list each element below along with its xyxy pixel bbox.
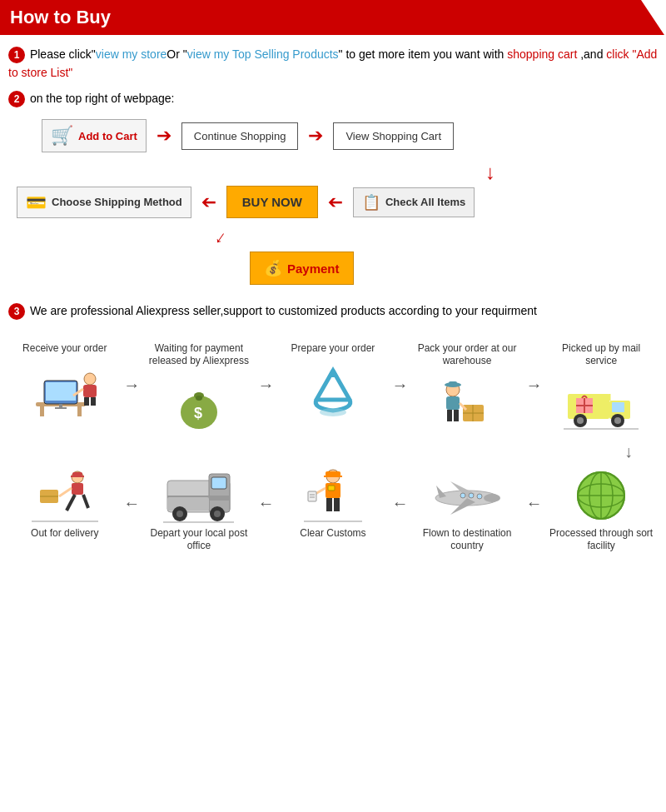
- svg-rect-54: [167, 497, 209, 511]
- process-item-flight: Flown to destination country: [413, 465, 521, 558]
- process-down-arrow: ↓: [8, 442, 658, 461]
- post-truck-icon: [163, 466, 234, 526]
- svg-marker-17: [327, 366, 339, 377]
- svg-point-35: [614, 417, 621, 424]
- step2-text: on the top right of webpage:: [30, 92, 175, 105]
- diag-arrow: ↓: [211, 226, 231, 249]
- view-cart-button[interactable]: View Shopping Cart: [333, 122, 454, 150]
- step1-text-before: Please click": [30, 47, 96, 61]
- process-label-delivery: Out for delivery: [31, 527, 98, 541]
- process-arrow-rev-1: ←: [123, 465, 140, 513]
- check-items-button[interactable]: 📋 Check All Items: [353, 187, 475, 217]
- step3-block: 3 We are professional Aliexpress seller,…: [8, 301, 658, 320]
- svg-line-46: [59, 488, 72, 496]
- svg-point-15: [196, 396, 202, 401]
- step1-block: 1 Please click"view my storeOr "view my …: [8, 45, 658, 82]
- process-icon-pickup: [564, 373, 639, 436]
- arrow-left-1: ➔: [201, 192, 216, 213]
- cash-icon: 💰: [264, 259, 282, 277]
- arrow-left-2: ➔: [328, 192, 343, 213]
- view-store-link[interactable]: view my store: [96, 47, 167, 61]
- cart-icon: 🛒: [51, 125, 73, 147]
- svg-rect-24: [446, 396, 460, 410]
- process-item-prepare: Prepare your order: [279, 342, 387, 423]
- svg-rect-1: [40, 406, 44, 416]
- process-arrow-1: →: [123, 342, 140, 395]
- svg-point-7: [84, 373, 96, 385]
- choose-shipping-label: Choose Shipping Method: [52, 196, 182, 208]
- svg-text:$: $: [194, 405, 202, 421]
- down-arrow-icon: ↓: [624, 442, 633, 461]
- process-label-customs: Clear Customs: [300, 527, 365, 541]
- process-arrow-2: →: [257, 342, 274, 395]
- process-icon-post: [162, 465, 236, 527]
- svg-rect-43: [72, 483, 83, 495]
- svg-point-16: [320, 408, 346, 416]
- process-icon-waiting: $: [162, 373, 236, 436]
- arrow-right-1: ➔: [157, 125, 171, 147]
- process-row2: Out for delivery ←: [8, 465, 658, 558]
- delivery-person-icon: [32, 465, 98, 527]
- process-arrow-rev-3: ←: [392, 465, 409, 513]
- process-icon-receive: [27, 360, 102, 422]
- process-label-sort: Processed through sort facility: [547, 527, 655, 553]
- arrow-right-2: ➔: [308, 125, 323, 147]
- svg-point-58: [214, 511, 221, 517]
- svg-line-47: [67, 495, 75, 511]
- payment-label: Payment: [287, 262, 340, 276]
- process-item-waiting: Waiting for payment released by Aliexpre…: [145, 342, 253, 436]
- view-cart-label: View Shopping Cart: [345, 130, 441, 142]
- process-icon-delivery: [27, 465, 102, 527]
- flow-row2: 💳 Choose Shipping Method ➔ BUY NOW ➔ 📋 C…: [17, 186, 649, 218]
- svg-rect-42: [71, 476, 84, 477]
- page-header: How to Buy: [0, 0, 666, 35]
- svg-line-48: [83, 495, 88, 508]
- process-item-pickup: Picked up by mail service: [547, 342, 655, 436]
- svg-point-56: [176, 511, 183, 517]
- arrow-down-1-container: ↓: [17, 161, 649, 184]
- process-label-prepare: Prepare your order: [291, 342, 375, 356]
- flow-row1: 🛒 Add to Cart ➔ Continue Shopping ➔ View…: [17, 119, 649, 152]
- process-icon-pack: [430, 373, 504, 436]
- svg-rect-68: [308, 491, 316, 501]
- flow-diagram: 🛒 Add to Cart ➔ Continue Shopping ➔ View…: [8, 119, 658, 285]
- svg-rect-62: [324, 476, 342, 477]
- content-area: 1 Please click"view my storeOr "view my …: [0, 35, 666, 576]
- process-item-sort: Processed through sort facility: [547, 465, 655, 558]
- svg-point-79: [460, 493, 465, 498]
- arrow-down-1: ↓: [485, 161, 566, 184]
- svg-rect-64: [328, 486, 335, 491]
- process-icon-sort: [564, 465, 639, 527]
- delivery-truck-icon: [564, 377, 639, 431]
- money-bag-icon: $: [170, 375, 228, 433]
- svg-rect-27: [454, 410, 459, 421]
- top-selling-link[interactable]: view my Top Selling Products: [187, 47, 339, 61]
- svg-rect-5: [59, 404, 62, 407]
- buy-now-button[interactable]: BUY NOW: [226, 186, 318, 218]
- process-icon-flight: [430, 465, 504, 527]
- svg-rect-6: [55, 407, 67, 409]
- step3-badge: 3: [8, 303, 25, 320]
- step1-badge: 1: [8, 47, 25, 63]
- process-item-delivery: Out for delivery: [11, 465, 119, 545]
- step1-or: Or ": [166, 47, 186, 61]
- step2-badge: 2: [8, 91, 25, 107]
- process-arrow-3: →: [392, 342, 409, 395]
- choose-shipping-button[interactable]: 💳 Choose Shipping Method: [17, 187, 191, 218]
- process-icon-prepare: [296, 360, 370, 422]
- step3-text: We are professional Aliexpress seller,su…: [30, 304, 537, 317]
- page-title: How to Buy: [10, 7, 111, 28]
- process-item-customs: Clear Customs: [279, 465, 387, 545]
- svg-rect-4: [46, 382, 76, 401]
- process-row1: Receive your order: [8, 342, 658, 436]
- process-label-post: Depart your local post office: [145, 527, 253, 553]
- payment-button[interactable]: 💰 Payment: [250, 252, 354, 285]
- add-to-cart-button[interactable]: 🛒 Add to Cart: [42, 119, 147, 152]
- svg-rect-23: [449, 381, 457, 386]
- svg-rect-8: [83, 385, 97, 397]
- continue-shopping-button[interactable]: Continue Shopping: [181, 122, 299, 150]
- svg-rect-65: [326, 498, 332, 511]
- credit-card-icon: 💳: [26, 192, 47, 212]
- airplane-icon: [430, 473, 504, 519]
- process-label-pack: Pack your order at our warehouse: [413, 342, 521, 368]
